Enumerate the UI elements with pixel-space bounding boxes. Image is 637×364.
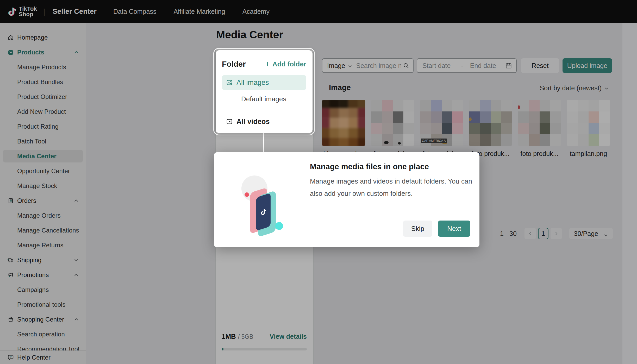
- illustration-cyan-dot: [275, 222, 283, 230]
- next-button[interactable]: Next: [438, 221, 470, 237]
- video-icon: [226, 118, 233, 125]
- image-icon: [226, 79, 233, 86]
- all-images-label: All images: [236, 79, 269, 87]
- plus-icon: [265, 61, 270, 67]
- folder-panel-spotlight: Folder Add folder All images Default ima…: [213, 48, 315, 135]
- spotlight-connector-line: [263, 133, 264, 153]
- add-folder-button[interactable]: Add folder: [265, 60, 306, 68]
- folder-divider: [222, 110, 306, 110]
- skip-button[interactable]: Skip: [403, 221, 432, 237]
- onboarding-tooltip-modal: Manage media files in one place Manage i…: [214, 152, 479, 247]
- modal-description: Manage images and videos in default fold…: [310, 175, 479, 200]
- modal-title: Manage media files in one place: [310, 162, 429, 171]
- folder-item-default-images[interactable]: Default images: [222, 90, 306, 103]
- add-folder-label: Add folder: [272, 60, 306, 68]
- illustration-red-dot: [245, 192, 249, 197]
- illustration-navy-card: [256, 193, 271, 231]
- folder-item-all-images[interactable]: All images: [222, 75, 306, 90]
- seller-center-app: TikTok Shop | Seller Center Data Compass…: [0, 0, 637, 364]
- all-videos-label: All videos: [236, 118, 270, 126]
- folder-panel: Folder Add folder All images Default ima…: [216, 50, 313, 133]
- folder-item-all-videos[interactable]: All videos: [222, 114, 306, 129]
- media-folder-illustration: [236, 164, 303, 234]
- folder-panel-title: Folder: [222, 60, 246, 68]
- tiktok-note-icon: [259, 208, 267, 216]
